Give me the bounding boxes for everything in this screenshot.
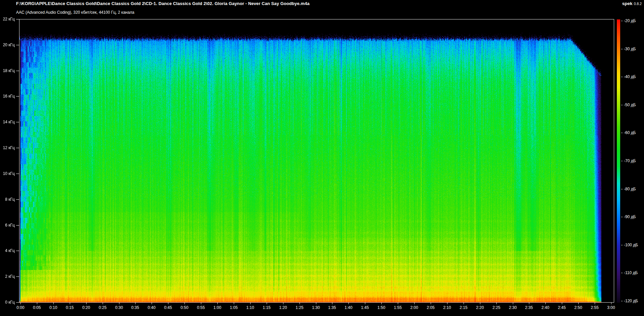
time-tick	[250, 303, 251, 304]
time-tick-label: 1:50	[373, 305, 390, 310]
time-tick	[513, 303, 513, 304]
spectrogram-canvas	[19, 19, 614, 302]
freq-tick-label: 18 кГц	[0, 68, 15, 73]
db-tick-label: -110 дБ	[624, 270, 638, 275]
freq-tick	[16, 199, 19, 200]
db-tick-label: -100 дБ	[624, 243, 638, 247]
freq-tick-label: 12 кГц	[0, 145, 15, 150]
time-tick	[316, 303, 316, 304]
time-tick-label: 1:05	[225, 305, 242, 310]
freq-tick	[16, 174, 19, 174]
db-tick-label: -30 дБ	[624, 47, 636, 51]
time-tick-label: 2:45	[553, 305, 570, 310]
freq-tick	[16, 302, 19, 303]
time-tick	[365, 303, 365, 304]
time-tick	[381, 303, 382, 304]
time-tick	[20, 303, 21, 304]
time-tick-label: 0:30	[111, 305, 127, 310]
time-tick	[595, 303, 595, 304]
freq-tick	[16, 225, 19, 226]
freq-tick	[16, 276, 19, 277]
time-tick	[529, 303, 529, 304]
db-tick-label: -70 дБ	[624, 159, 636, 163]
db-tick	[621, 273, 623, 273]
freq-tick	[16, 45, 19, 45]
time-tick-label: 1:25	[291, 305, 308, 310]
time-tick-label: 2:25	[488, 305, 505, 310]
freq-tick	[16, 96, 19, 97]
time-tick-label: 1:15	[258, 305, 275, 310]
time-tick	[431, 303, 431, 304]
freq-tick-label: 20 кГц	[0, 43, 15, 47]
freq-tick-label: 8 кГц	[0, 197, 15, 202]
time-tick-label: 2:10	[439, 305, 455, 310]
time-tick	[234, 303, 234, 304]
time-tick-label: 1:40	[340, 305, 357, 310]
freq-tick-label: 2 кГц	[0, 274, 15, 279]
time-tick-label: 1:55	[389, 305, 406, 310]
time-tick-label: 0:40	[143, 305, 160, 310]
time-tick-label: 0:10	[45, 305, 62, 310]
time-tick	[348, 303, 349, 304]
time-tick	[184, 303, 185, 304]
db-tick	[621, 49, 623, 49]
db-tick	[621, 105, 623, 105]
time-tick-label: 0:50	[176, 305, 193, 310]
db-tick-label: -60 дБ	[624, 130, 636, 135]
time-tick-label: 2:00	[406, 305, 423, 310]
freq-tick-label: 14 кГц	[0, 120, 15, 124]
time-tick-label: 0:15	[61, 305, 78, 310]
db-tick	[621, 245, 623, 245]
time-tick-label: 2:30	[504, 305, 521, 310]
time-tick	[332, 303, 332, 304]
file-path-title: F:\KORG\APPLE\Dance Classics Gold\Dance …	[16, 1, 310, 6]
time-tick	[578, 303, 579, 304]
freq-tick-label: 0 кГц	[0, 300, 15, 305]
freq-tick-label: 22 кГц	[0, 17, 15, 21]
db-tick-label: -20 дБ	[624, 18, 636, 23]
spectrogram-frame	[19, 19, 614, 303]
time-tick	[86, 303, 87, 304]
time-tick	[103, 303, 103, 304]
freq-tick	[16, 148, 19, 148]
db-tick	[621, 21, 623, 21]
colorbar-gradient	[617, 19, 620, 303]
time-tick	[283, 303, 283, 304]
time-tick-label: 1:30	[308, 305, 324, 310]
time-tick-label: 2:05	[422, 305, 439, 310]
time-tick-label: 2:15	[455, 305, 472, 310]
time-tick	[70, 303, 70, 304]
time-tick	[480, 303, 480, 304]
time-tick-label: 0:55	[193, 305, 209, 310]
time-tick	[217, 303, 218, 304]
time-tick-label: 0:35	[127, 305, 144, 310]
app-version-label: 0.8.2	[634, 2, 642, 6]
freq-tick-label: 6 кГц	[0, 223, 15, 228]
time-tick-label: 0:45	[160, 305, 176, 310]
time-tick	[496, 303, 497, 304]
app-name-label: spek	[622, 1, 633, 6]
db-tick	[621, 77, 623, 77]
time-tick-label: 0:05	[29, 305, 45, 310]
db-tick-label: -90 дБ	[624, 214, 636, 219]
time-tick	[135, 303, 136, 304]
time-tick-label: 1:35	[324, 305, 340, 310]
db-tick	[621, 217, 623, 217]
time-tick-label: 2:35	[521, 305, 537, 310]
freq-tick	[16, 122, 19, 122]
time-tick-label: 1:20	[275, 305, 291, 310]
db-tick	[621, 189, 623, 189]
time-tick	[414, 303, 415, 304]
db-tick	[621, 301, 623, 301]
time-tick-label: 1:10	[242, 305, 259, 310]
time-tick	[398, 303, 398, 304]
app-brand: spek 0.8.2	[622, 1, 642, 6]
time-tick	[37, 303, 37, 304]
freq-tick-label: 4 кГц	[0, 248, 15, 253]
time-tick-label: 1:00	[209, 305, 226, 310]
time-tick-label: 0:00	[12, 305, 29, 310]
time-tick	[300, 303, 300, 304]
time-tick	[168, 303, 168, 304]
db-tick-label: -50 дБ	[624, 103, 636, 107]
time-tick	[545, 303, 546, 304]
